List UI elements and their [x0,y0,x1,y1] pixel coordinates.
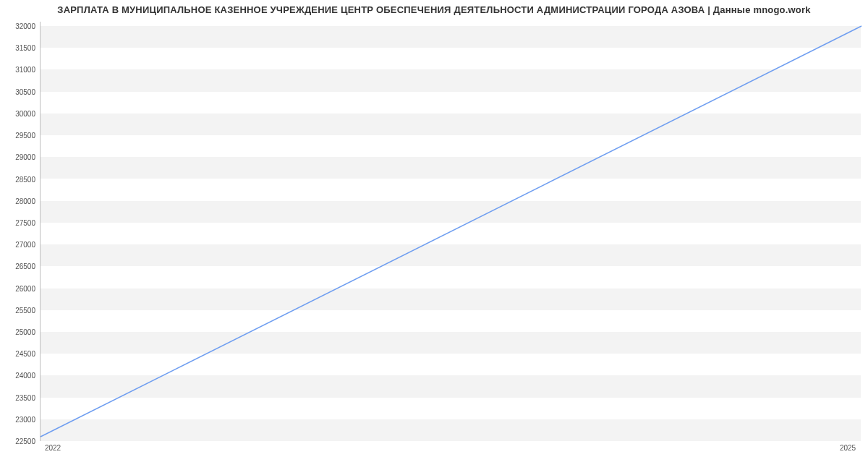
y-tick-label: 30500 [0,87,35,95]
y-tick-label: 25500 [0,306,35,314]
y-tick-label: 27500 [0,218,35,226]
y-tick-label: 31000 [0,66,35,74]
chart-title: ЗАРПЛАТА В МУНИЦИПАЛЬНОЕ КАЗЕННОЕ УЧРЕЖД… [0,4,868,15]
y-tick-label: 28500 [0,175,35,183]
series-line [41,26,861,437]
y-tick-label: 26500 [0,262,35,270]
y-tick-label: 29000 [0,153,35,161]
line-layer [41,22,861,440]
y-tick-label: 28000 [0,197,35,205]
y-tick-label: 24500 [0,350,35,358]
y-tick-label: 24000 [0,372,35,380]
y-tick-label: 22500 [0,437,35,445]
y-tick-label: 25000 [0,328,35,336]
y-tick-label: 30000 [0,109,35,117]
y-tick-label: 31500 [0,44,35,52]
y-tick-label: 23500 [0,393,35,401]
y-tick-label: 27000 [0,241,35,249]
x-tick-label: 2022 [45,444,61,452]
x-tick-label: 2025 [840,444,856,452]
y-tick-label: 29500 [0,132,35,140]
chart-container: ЗАРПЛАТА В МУНИЦИПАЛЬНОЕ КАЗЕННОЕ УЧРЕЖД… [0,0,868,470]
y-tick-label: 23000 [0,415,35,423]
plot-area [40,22,861,441]
y-tick-label: 26000 [0,284,35,292]
y-tick-label: 32000 [0,22,35,30]
